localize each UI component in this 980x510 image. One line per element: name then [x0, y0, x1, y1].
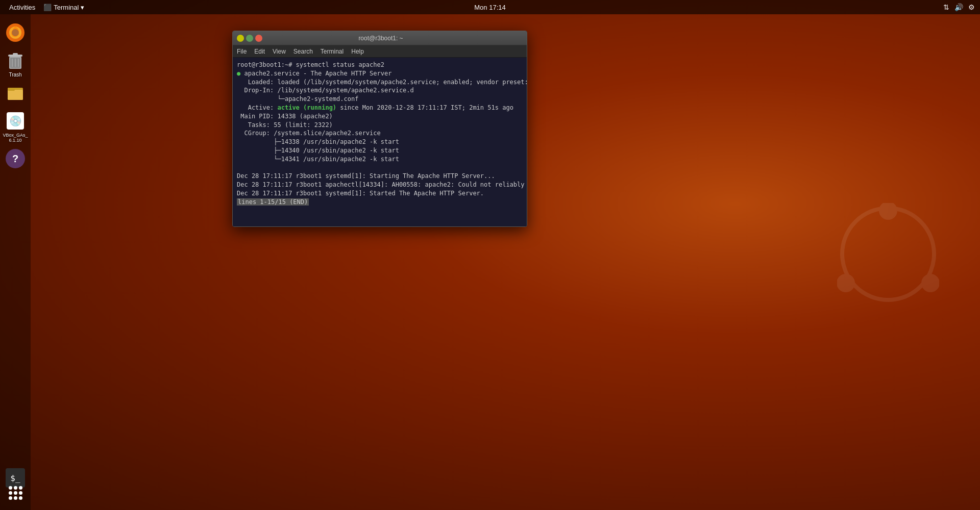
term-line-cg1: ├─14338 /usr/sbin/apache2 -k start: [237, 138, 523, 146]
term-line-cg2: ├─14340 /usr/sbin/apache2 -k start: [237, 146, 523, 155]
appgrid-icon: [6, 483, 25, 502]
term-line-blank: [237, 164, 523, 172]
terminal-title: root@r3boot1: ~: [262, 35, 499, 42]
system-menu-icon[interactable]: ⚙: [968, 3, 975, 11]
network-icon[interactable]: ⇅: [943, 3, 949, 11]
dock-item-files[interactable]: [1, 83, 30, 105]
svg-point-18: [921, 274, 939, 292]
menu-help[interactable]: Help: [351, 48, 364, 55]
term-line-statusbar: lines 1-15/15 (END): [237, 198, 523, 207]
svg-point-17: [837, 274, 855, 292]
term-line-log2: Dec 28 17:11:17 r3boot1 apachectl[14334]…: [237, 181, 523, 189]
dock: Trash 💿 VBox_GAs_ 6.1.10: [0, 14, 31, 510]
term-line-log1: Dec 28 17:11:17 r3boot1 systemd[1]: Star…: [237, 172, 523, 181]
minimize-button[interactable]: [237, 35, 244, 42]
menu-file[interactable]: File: [237, 48, 247, 55]
term-line-cgroup: CGroup: /system.slice/apache2.service: [237, 129, 523, 138]
topbar: Activities ⬛ Terminal ▾ Mon 17:14 ⇅ 🔊 ⚙: [0, 0, 980, 14]
firefox-icon: [5, 22, 26, 43]
sound-icon[interactable]: 🔊: [954, 3, 963, 11]
term-line-dropin2: └─apache2-systemd.conf: [237, 95, 523, 104]
maximize-button[interactable]: [246, 35, 253, 42]
svg-rect-12: [8, 88, 15, 91]
dock-item-trash[interactable]: Trash: [1, 49, 30, 78]
svg-rect-6: [13, 53, 18, 55]
topbar-left: Activities ⬛ Terminal ▾: [5, 4, 84, 11]
terminal-dropdown-arrow: ▾: [81, 4, 84, 11]
dock-item-vbox[interactable]: 💿 VBox_GAs_ 6.1.10: [1, 110, 30, 143]
help-icon: ?: [5, 148, 26, 169]
files-icon: [5, 83, 26, 104]
desktop: Activities ⬛ Terminal ▾ Mon 17:14 ⇅ 🔊 ⚙: [0, 0, 980, 510]
terminal-menu: File Edit View Search Terminal Help: [233, 45, 527, 58]
topbar-right: ⇅ 🔊 ⚙: [943, 3, 975, 11]
svg-point-16: [879, 203, 897, 220]
term-line-tasks: Tasks: 55 (limit: 2322): [237, 121, 523, 130]
trash-label: Trash: [9, 72, 21, 78]
svg-point-15: [842, 208, 934, 300]
term-line-log3: Dec 28 17:11:17 r3boot1 systemd[1]: Star…: [237, 189, 523, 198]
term-line-loaded: Loaded: loaded (/lib/systemd/system/apac…: [237, 78, 523, 87]
topbar-terminal-label: Terminal: [54, 4, 79, 11]
menu-terminal[interactable]: Terminal: [321, 48, 344, 55]
trash-icon: [5, 49, 26, 71]
menu-edit[interactable]: Edit: [254, 48, 265, 55]
term-line-service: ● apache2.service - The Apache HTTP Serv…: [237, 69, 523, 78]
term-line-pid: Main PID: 14338 (apache2): [237, 112, 523, 121]
dock-item-appgrid[interactable]: [1, 483, 30, 502]
ubuntu-watermark: [837, 203, 939, 307]
term-line-prompt: root@r3boot1:~# systemctl status apache2: [237, 61, 523, 69]
menu-view[interactable]: View: [273, 48, 286, 55]
activities-button[interactable]: Activities: [5, 4, 39, 11]
terminal-titlebar: root@r3boot1: ~: [233, 31, 527, 45]
term-line-dropin: Drop-In: /lib/systemd/system/apache2.ser…: [237, 86, 523, 95]
terminal-content[interactable]: root@r3boot1:~# systemctl status apache2…: [233, 58, 527, 226]
menu-search[interactable]: Search: [293, 48, 313, 55]
dock-item-firefox[interactable]: [1, 22, 30, 44]
terminal-window: root@r3boot1: ~ File Edit View Search Te…: [232, 31, 527, 227]
vbox-label: VBox_GAs_ 6.1.10: [3, 133, 28, 143]
topbar-terminal-menu[interactable]: ⬛ Terminal ▾: [43, 4, 84, 11]
close-button[interactable]: [255, 35, 262, 42]
svg-rect-11: [8, 90, 23, 100]
terminal-window-controls: [237, 35, 262, 42]
topbar-clock[interactable]: Mon 17:14: [474, 4, 505, 11]
vbox-icon: 💿: [5, 110, 26, 132]
terminal-icon-small: ⬛: [43, 4, 52, 11]
svg-text:💿: 💿: [9, 115, 22, 127]
term-line-cg3: └─14341 /usr/sbin/apache2 -k start: [237, 155, 523, 164]
dock-item-help[interactable]: ?: [1, 148, 30, 170]
term-line-active: Active: active (running) since Mon 2020-…: [237, 104, 523, 112]
